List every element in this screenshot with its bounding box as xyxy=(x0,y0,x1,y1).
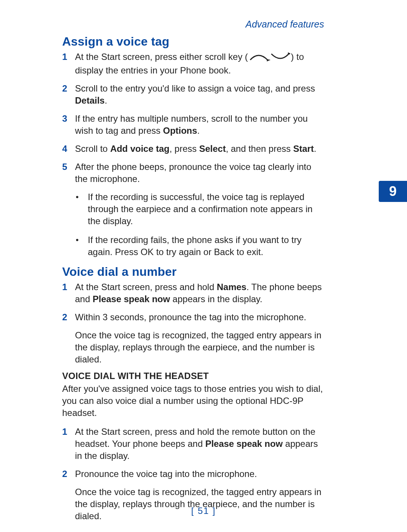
ui-term: Please speak now xyxy=(205,439,283,449)
ui-term: Back xyxy=(214,247,234,257)
bullet-icon: • xyxy=(76,234,88,246)
step-number: 4 xyxy=(62,143,75,155)
step-number: 5 xyxy=(62,161,75,173)
step-text-part: Scroll to xyxy=(75,144,110,154)
subheading-headset: VOICE DIAL WITH THE HEADSET xyxy=(62,371,326,381)
ui-term: Options xyxy=(163,125,197,136)
list-item: 5 After the phone beeps, pronounce the v… xyxy=(62,161,326,185)
step-number: 1 xyxy=(62,281,75,293)
running-head: Advanced features xyxy=(246,19,324,30)
list-item: 1 At the Start screen, press and hold Na… xyxy=(62,281,326,305)
step-text: Within 3 seconds, pronounce the tag into… xyxy=(75,311,326,323)
assign-sub-bullets: • If the recording is successful, the vo… xyxy=(76,191,326,258)
step-text-part: At the Start screen, press either scroll… xyxy=(75,52,248,62)
step-number: 1 xyxy=(62,51,75,63)
svg-marker-0 xyxy=(267,59,271,61)
step-text-part: , and then press xyxy=(226,144,293,154)
step-text: Scroll to Add voice tag, press Select, a… xyxy=(75,143,326,155)
bullet-item: • If the recording fails, the phone asks… xyxy=(76,234,326,258)
ui-term: Details xyxy=(75,95,105,105)
list-item: 2 Scroll to the entry you'd like to assi… xyxy=(62,83,326,107)
bullet-item: • If the recording is successful, the vo… xyxy=(76,191,326,227)
ui-term: OK xyxy=(141,247,154,257)
list-item: 2 Pronounce the voice tag into the micro… xyxy=(62,468,326,480)
heading-voice-dial: Voice dial a number xyxy=(62,265,326,279)
svg-marker-1 xyxy=(288,52,290,55)
dial-steps-list: 1 At the Start screen, press and hold Na… xyxy=(62,281,326,323)
step-text: If the entry has multiple numbers, scrol… xyxy=(75,113,326,137)
bullet-text: If the recording fails, the phone asks i… xyxy=(88,234,326,258)
step-number: 1 xyxy=(62,426,75,438)
step-text-part: . xyxy=(105,95,107,105)
headset-intro: After you've assigned voice tags to thos… xyxy=(62,383,326,419)
step-number: 2 xyxy=(62,468,75,480)
step-text-part: . xyxy=(314,144,317,154)
list-item: 1 At the Start screen, press either scro… xyxy=(62,51,326,76)
step-text-part: At the Start screen, press and hold xyxy=(75,282,217,292)
step-number: 2 xyxy=(62,311,75,323)
list-item: 1 At the Start screen, press and hold th… xyxy=(62,426,326,462)
ui-term: Add voice tag xyxy=(110,144,169,154)
headset-steps-list: 1 At the Start screen, press and hold th… xyxy=(62,426,326,480)
page-number: [ 51 ] xyxy=(0,506,407,516)
step-text: At the Start screen, press and hold Name… xyxy=(75,281,326,305)
dial-followup-para: Once the voice tag is recognized, the ta… xyxy=(75,329,326,365)
list-item: 3 If the entry has multiple numbers, scr… xyxy=(62,113,326,137)
bullet-text-part: to exit. xyxy=(234,247,263,257)
headset-followup-para: Once the voice tag is recognized, the ta… xyxy=(75,486,326,522)
step-text-part: appears in the display. xyxy=(170,294,262,304)
bullet-icon: • xyxy=(76,191,88,203)
list-item: 2 Within 3 seconds, pronounce the tag in… xyxy=(62,311,326,323)
scroll-key-icons xyxy=(249,52,290,64)
page-content: Assign a voice tag 1 At the Start screen… xyxy=(62,35,326,527)
bullet-text-part: If the recording is successful, the voic… xyxy=(88,192,312,226)
ui-term: Select xyxy=(199,144,226,154)
bullet-text-part: to try again or xyxy=(154,247,214,257)
step-text: After the phone beeps, pronounce the voi… xyxy=(75,161,326,185)
step-text-part: . xyxy=(197,125,200,136)
step-text-part: Scroll to the entry you'd like to assign… xyxy=(75,83,315,93)
step-text-part: After the phone beeps, pronounce the voi… xyxy=(75,162,311,184)
ui-term: Please speak now xyxy=(93,294,170,304)
step-text: At the Start screen, press either scroll… xyxy=(75,51,326,76)
chapter-tab: 9 xyxy=(379,181,407,202)
bullet-text: If the recording is successful, the voic… xyxy=(88,191,326,227)
step-number: 3 xyxy=(62,113,75,125)
manual-page: Advanced features 9 Assign a voice tag 1… xyxy=(0,0,407,532)
step-number: 2 xyxy=(62,83,75,95)
list-item: 4 Scroll to Add voice tag, press Select,… xyxy=(62,143,326,155)
heading-assign-voice-tag: Assign a voice tag xyxy=(62,35,326,49)
step-text-part: , press xyxy=(170,144,199,154)
step-text: At the Start screen, press and hold the … xyxy=(75,426,326,462)
step-text-part: Within 3 seconds, pronounce the tag into… xyxy=(75,312,306,322)
step-text: Pronounce the voice tag into the microph… xyxy=(75,468,326,480)
step-text: Scroll to the entry you'd like to assign… xyxy=(75,83,326,107)
assign-steps-list: 1 At the Start screen, press either scro… xyxy=(62,51,326,185)
ui-term: Start xyxy=(293,144,314,154)
ui-term: Names xyxy=(217,282,246,292)
step-text-part: Pronounce the voice tag into the microph… xyxy=(75,469,257,479)
